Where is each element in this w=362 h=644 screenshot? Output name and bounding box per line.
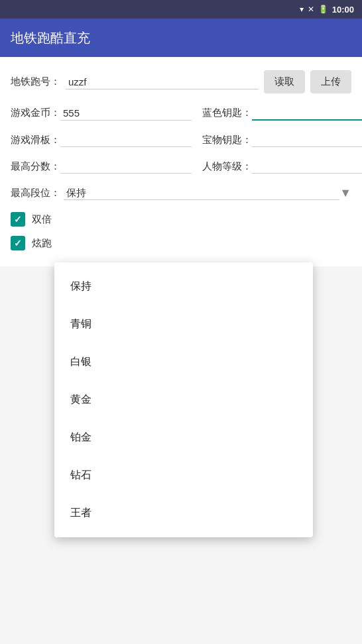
skate-col: 游戏滑板： xyxy=(11,133,192,147)
dropdown-item-diamond[interactable]: 钻石 xyxy=(54,456,313,494)
maxrank-row: 最高段位： 保持 青铜 白银 黄金 铂金 钻石 王者 ▼ xyxy=(11,186,351,200)
dropdown-item-king[interactable]: 王者 xyxy=(54,494,313,532)
dropdown-popup: 保持 青铜 白银 黄金 铂金 钻石 王者 xyxy=(54,262,313,537)
coins-label: 游戏金币： xyxy=(11,107,60,119)
battery-icon: 🔋 xyxy=(318,5,328,14)
maxrank-label: 最高段位： xyxy=(11,187,64,199)
treasurekey-col: 宝物钥匙： xyxy=(202,133,362,147)
double-checkbox[interactable] xyxy=(11,212,25,227)
bluekey-label: 蓝色钥匙： xyxy=(202,107,252,119)
double-label: 双倍 xyxy=(32,213,52,226)
maxscore-charlevel-row: 最高分数： 人物等级： xyxy=(11,159,351,174)
fireworks-label: 炫跑 xyxy=(32,237,52,250)
charlevel-input[interactable] xyxy=(252,159,362,174)
dropdown-item-keep[interactable]: 保持 xyxy=(54,268,313,305)
maxscore-input[interactable] xyxy=(60,159,192,174)
fireworks-row: 炫跑 xyxy=(11,236,351,250)
signal-icon: ▾ xyxy=(300,5,304,14)
skate-label: 游戏滑板： xyxy=(11,134,60,146)
wifi-icon: ✕ xyxy=(308,5,314,14)
charlevel-col: 人物等级： xyxy=(202,159,362,174)
dropdown-item-gold[interactable]: 黄金 xyxy=(54,381,313,419)
upload-button[interactable]: 上传 xyxy=(310,70,351,93)
form-area: 地铁跑号： 读取 上传 游戏金币： 蓝色钥匙： 游戏滑板： 宝物钥匙： xyxy=(0,57,362,266)
id-label: 地铁跑号： xyxy=(11,76,60,88)
double-row: 双倍 xyxy=(11,212,351,227)
treasurekey-label: 宝物钥匙： xyxy=(202,134,252,146)
dropdown-item-silver[interactable]: 白银 xyxy=(54,343,313,381)
status-icons: ▾ ✕ 🔋 10:00 xyxy=(300,5,354,15)
treasurekey-input[interactable] xyxy=(252,133,362,147)
charlevel-label: 人物等级： xyxy=(202,160,252,173)
id-row: 地铁跑号： 读取 上传 xyxy=(11,70,351,93)
coins-bluekey-row: 游戏金币： 蓝色钥匙： xyxy=(11,105,351,121)
dropdown-item-bronze[interactable]: 青铜 xyxy=(54,305,313,343)
maxrank-select[interactable]: 保持 青铜 白银 黄金 铂金 钻石 王者 xyxy=(64,186,339,200)
dropdown-item-platinum[interactable]: 铂金 xyxy=(54,419,313,456)
coins-input[interactable] xyxy=(60,106,192,121)
app-bar: 地铁跑酷直充 xyxy=(0,19,362,57)
app-title: 地铁跑酷直充 xyxy=(11,29,90,47)
page-bg: 地铁跑号： 读取 上传 游戏金币： 蓝色钥匙： 游戏滑板： 宝物钥匙： xyxy=(0,57,362,644)
bluekey-col: 蓝色钥匙： xyxy=(202,105,362,121)
coins-col: 游戏金币： xyxy=(11,106,192,121)
maxscore-col: 最高分数： xyxy=(11,159,192,174)
status-time: 10:00 xyxy=(332,5,354,15)
id-input[interactable] xyxy=(66,75,259,89)
fireworks-checkbox[interactable] xyxy=(11,236,25,250)
bluekey-input[interactable] xyxy=(252,105,362,121)
status-bar: ▾ ✕ 🔋 10:00 xyxy=(0,0,362,19)
dropdown-arrow-icon: ▼ xyxy=(339,186,351,200)
maxscore-label: 最高分数： xyxy=(11,160,60,173)
read-button[interactable]: 读取 xyxy=(264,70,305,93)
skate-input[interactable] xyxy=(60,133,192,147)
skate-treasurekey-row: 游戏滑板： 宝物钥匙： xyxy=(11,133,351,147)
